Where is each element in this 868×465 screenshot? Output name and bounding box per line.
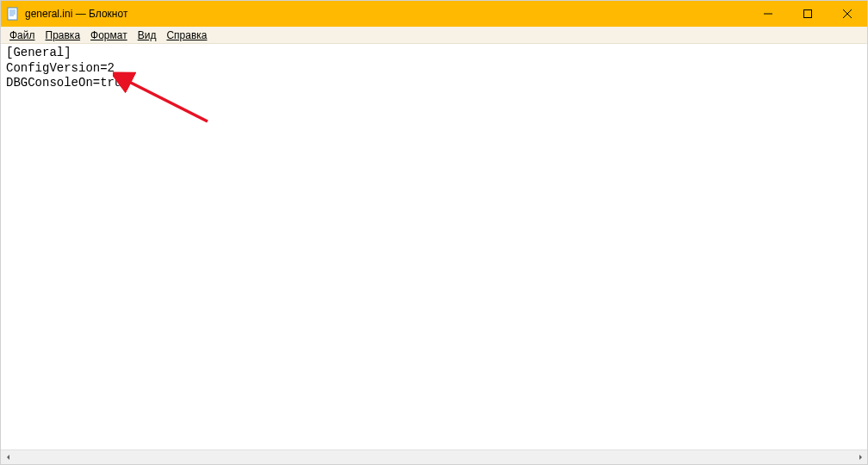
- text-content[interactable]: [General] ConfigVersion=2 DBGConsoleOn=t…: [1, 44, 867, 93]
- window-controls: [748, 1, 867, 27]
- menu-edit[interactable]: Правка: [40, 28, 86, 43]
- maximize-button[interactable]: [788, 1, 828, 27]
- menu-view[interactable]: Вид: [133, 28, 162, 43]
- editor-area[interactable]: [General] ConfigVersion=2 DBGConsoleOn=t…: [1, 44, 867, 464]
- svg-marker-12: [859, 455, 862, 460]
- svg-rect-6: [804, 10, 812, 18]
- minimize-button[interactable]: [748, 1, 788, 27]
- scroll-left-icon[interactable]: [1, 450, 16, 465]
- scroll-right-icon[interactable]: [852, 450, 867, 465]
- text-line: ConfigVersion=2: [6, 61, 115, 75]
- notepad-icon: [6, 7, 20, 21]
- horizontal-scrollbar[interactable]: [1, 450, 867, 464]
- close-button[interactable]: [828, 1, 867, 27]
- titlebar-left: general.ini — Блокнот: [1, 7, 127, 21]
- titlebar[interactable]: general.ini — Блокнот: [1, 1, 867, 27]
- text-line: DBGConsoleOn=true: [6, 76, 129, 90]
- window-title: general.ini — Блокнот: [25, 8, 127, 20]
- text-line: [General]: [6, 46, 71, 59]
- svg-marker-11: [7, 455, 9, 460]
- menu-file[interactable]: Файл: [4, 28, 40, 43]
- menubar: Файл Правка Формат Вид Справка: [1, 27, 867, 44]
- menu-format[interactable]: Формат: [85, 28, 133, 43]
- notepad-window: general.ini — Блокнот Файл Правка Формат…: [0, 0, 868, 465]
- menu-help[interactable]: Справка: [161, 28, 212, 43]
